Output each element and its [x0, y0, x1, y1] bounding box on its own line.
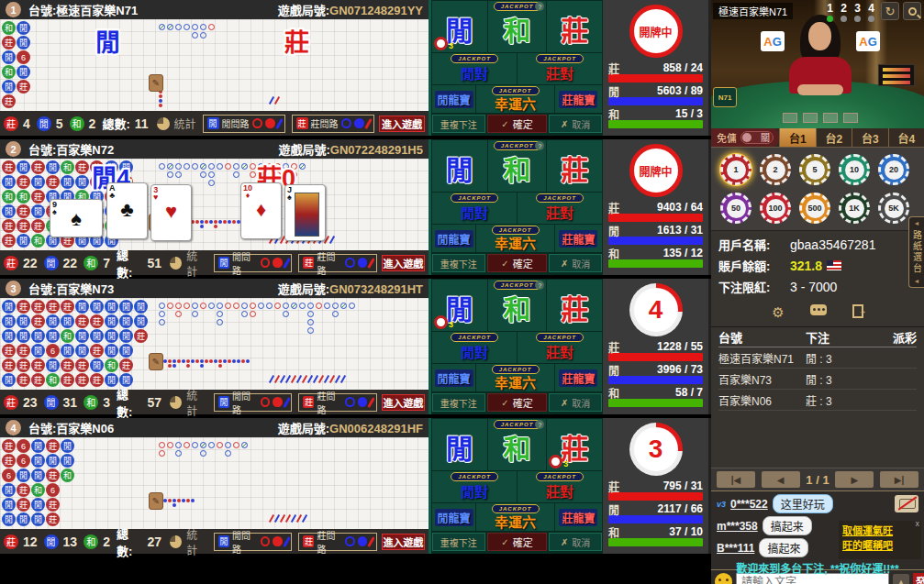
bet-banker-pair-cell[interactable]: JACKPOT 莊對	[518, 471, 602, 502]
bet-banker-pair-cell[interactable]: JACKPOT 莊對	[518, 193, 602, 224]
enter-game-button[interactable]: 進入遊戲	[382, 394, 425, 411]
no-commission-control[interactable]: 免傭 關	[711, 128, 779, 147]
statistics-link[interactable]: 統計	[186, 387, 207, 418]
exit-door-icon[interactable]	[852, 304, 863, 318]
cancel-button[interactable]: ✗取消	[549, 115, 602, 133]
bet-banker-dragon-cell[interactable]: 莊龍寶	[555, 364, 602, 391]
roadmap-panel[interactable]: 和莊閒和閒莊閒閒6閒莊 ✎ 閒莊	[0, 19, 429, 111]
chip-50[interactable]: 50	[720, 193, 751, 224]
chat-bubble-icon[interactable]	[810, 304, 827, 315]
bet-lucky-six-cell[interactable]: JACKPOT 幸運六	[476, 364, 554, 391]
bet-player-cell[interactable]: 閒	[432, 140, 487, 192]
close-icon[interactable]: x	[916, 519, 920, 528]
banker-ask-road-button[interactable]: 莊 莊問路	[292, 115, 374, 133]
bet-banker-dragon-cell[interactable]: 莊龍寶	[555, 85, 602, 113]
bet-lucky-six-cell[interactable]: JACKPOT 幸運六	[476, 85, 554, 113]
zoom-video-button[interactable]	[903, 2, 921, 20]
mute-chat-icon[interactable]	[895, 495, 918, 512]
chip-5[interactable]: 5	[799, 154, 830, 185]
bet-lucky-six-cell[interactable]: JACKPOT 幸運六	[476, 503, 554, 531]
statistics-link[interactable]: 統計	[186, 248, 207, 279]
help-icon[interactable]: ?	[535, 420, 544, 429]
enter-game-button[interactable]: 進入遊戲	[379, 116, 425, 132]
chip-1K[interactable]: 1K	[839, 193, 870, 224]
banker-ask-road-button[interactable]: 莊 莊問路	[298, 254, 376, 272]
chip-500[interactable]: 500	[799, 193, 830, 224]
road-table-select-side-tab[interactable]: ◄路紙選台◄	[908, 216, 924, 288]
tab-table-1[interactable]: 台1	[779, 128, 816, 147]
bet-player-pair-cell[interactable]: JACKPOT 閒對	[432, 471, 517, 502]
chip-5K[interactable]: 5K	[878, 193, 909, 224]
bet-player-dragon-cell[interactable]: 閒龍寶	[432, 85, 475, 113]
enter-game-button[interactable]: 進入遊戲	[382, 255, 425, 271]
help-icon[interactable]: ?	[535, 141, 544, 150]
promo-line[interactable]: 旺的暱稱吧	[842, 538, 918, 553]
tab-table-3[interactable]: 台3	[852, 128, 888, 147]
bet-player-pair-cell[interactable]: JACKPOT 閒對	[432, 332, 517, 363]
camera-2[interactable]: 2	[839, 2, 849, 22]
bet-banker-dragon-cell[interactable]: 莊龍寶	[555, 503, 602, 531]
confirm-button[interactable]: ✓確定	[487, 254, 548, 272]
bet-banker-dragon-cell[interactable]: 莊龍寶	[555, 225, 602, 252]
bet-banker-cell[interactable]: 莊 3	[547, 280, 602, 331]
settings-gear-icon[interactable]: ⚙	[772, 304, 784, 321]
bet-banker-cell[interactable]: 莊 3	[547, 1, 602, 52]
emoji-icon[interactable]	[715, 573, 732, 584]
player-ask-road-button[interactable]: 閒 閒問路	[214, 533, 292, 551]
statistics-link[interactable]: 統計	[174, 116, 196, 131]
bet-tie-cell[interactable]: JACKPOT ? 和	[488, 140, 547, 192]
prev-page-button[interactable]: ◀	[762, 471, 800, 488]
banker-ask-road-button[interactable]: 莊 莊問路	[298, 393, 376, 412]
bet-player-pair-cell[interactable]: JACKPOT 閒對	[432, 193, 517, 224]
live-video-feed[interactable]: AG AG N71 極速百家樂N71 1234 ↻	[711, 0, 924, 128]
player-ask-road-button[interactable]: 閒 閒問路	[214, 254, 292, 272]
bet-player-pair-cell[interactable]: JACKPOT 閒對	[432, 53, 517, 84]
help-icon[interactable]: ?	[535, 281, 544, 290]
chip-1[interactable]: 1	[720, 154, 751, 185]
last-page-button[interactable]: ▶|	[880, 471, 918, 488]
cancel-button[interactable]: ✗取消	[549, 393, 602, 412]
chip-100[interactable]: 100	[760, 193, 791, 224]
chip-2[interactable]: 2	[760, 154, 791, 185]
bet-player-dragon-cell[interactable]: 閒龍寶	[432, 364, 475, 391]
confirm-button[interactable]: ✓確定	[487, 393, 548, 412]
rebet-button[interactable]: 重複下注	[432, 115, 485, 133]
bet-banker-pair-cell[interactable]: JACKPOT 莊對	[518, 53, 602, 84]
bet-player-cell[interactable]: 閒 3	[432, 280, 487, 331]
cancel-button[interactable]: ✗取消	[549, 254, 602, 272]
no-commission-toggle[interactable]: 關	[740, 131, 774, 144]
next-page-button[interactable]: ▶	[835, 471, 874, 488]
help-icon[interactable]: ?	[535, 2, 544, 11]
camera-3[interactable]: 3	[852, 2, 863, 22]
confirm-button[interactable]: ✓確定	[487, 115, 548, 133]
roadmap-panel[interactable]: 莊莊6閒閒閒66閒莊莊閒閒閒閒和閒閒莊閒莊6莊莊閒閒和 ✎	[0, 437, 429, 529]
bet-lucky-six-cell[interactable]: JACKPOT 幸運六	[476, 225, 554, 252]
bet-player-dragon-cell[interactable]: 閒龍寶	[432, 225, 475, 252]
roadmap-panel[interactable]: 莊閒和閒莊莊閒莊和莊莊閒莊閒莊閒莊和閒莊閒莊和閒和閒閒莊閒莊莊閒和莊莊閒莊莊閒閒…	[0, 159, 429, 250]
tab-table-2[interactable]: 台2	[816, 128, 852, 147]
promo-line[interactable]: 取個運氣旺	[842, 523, 918, 538]
enter-game-button[interactable]: 進入遊戲	[382, 534, 425, 550]
banker-ask-road-button[interactable]: 莊 莊問路	[298, 533, 376, 551]
bet-player-cell[interactable]: 閒 3	[432, 419, 487, 470]
tab-table-4[interactable]: 台4	[888, 128, 924, 147]
bet-tie-cell[interactable]: JACKPOT ? 和	[488, 280, 547, 331]
bet-player-dragon-cell[interactable]: 閒龍寶	[432, 503, 475, 531]
rebet-button[interactable]: 重複下注	[432, 533, 485, 551]
bet-banker-cell[interactable]: 莊 3	[547, 419, 602, 470]
chip-10[interactable]: 10	[839, 154, 870, 185]
bet-player-cell[interactable]: 閒 3	[432, 1, 487, 52]
statistics-link[interactable]: 統計	[186, 526, 207, 557]
chip-20[interactable]: 20	[878, 154, 909, 185]
confirm-button[interactable]: ✓確定	[487, 533, 548, 551]
camera-4[interactable]: 4	[866, 2, 876, 22]
bet-banker-cell[interactable]: 莊	[547, 140, 602, 192]
player-ask-road-button[interactable]: 閒 閒問路	[214, 393, 292, 412]
cancel-button[interactable]: ✗取消	[549, 533, 602, 551]
refresh-video-button[interactable]: ↻	[881, 2, 899, 20]
bet-tie-cell[interactable]: JACKPOT ? 和	[488, 1, 547, 52]
rebet-button[interactable]: 重複下注	[432, 254, 485, 272]
camera-1[interactable]: 1	[825, 2, 835, 22]
bet-tie-cell[interactable]: JACKPOT ? 和	[488, 419, 547, 470]
player-ask-road-button[interactable]: 閒 閒問路	[203, 115, 285, 133]
